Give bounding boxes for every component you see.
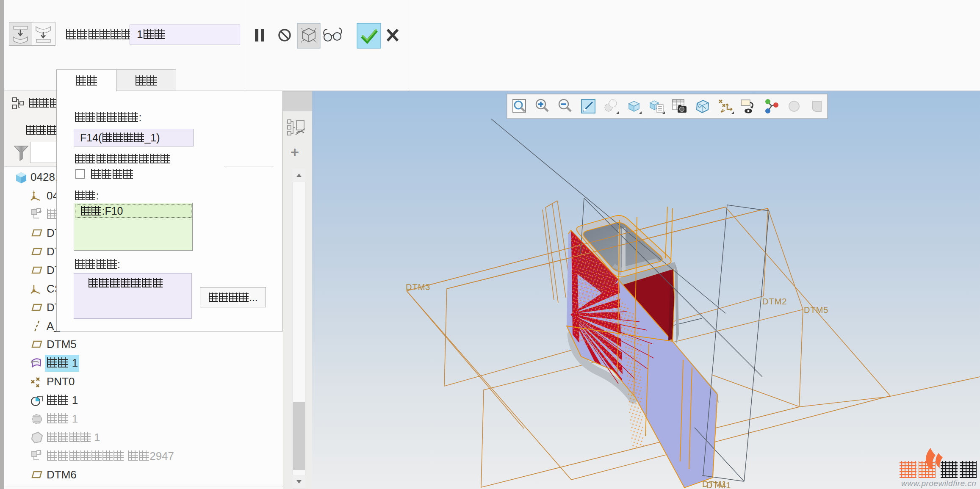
svg-text:www.proewildfire.cn: www.proewildfire.cn bbox=[901, 479, 976, 488]
svg-text:DTM1: DTM1 bbox=[706, 481, 731, 489]
svg-text:DTM5: DTM5 bbox=[804, 305, 828, 315]
svg-text:DTM3: DTM3 bbox=[406, 282, 430, 292]
svg-text:DTM2: DTM2 bbox=[762, 297, 787, 306]
